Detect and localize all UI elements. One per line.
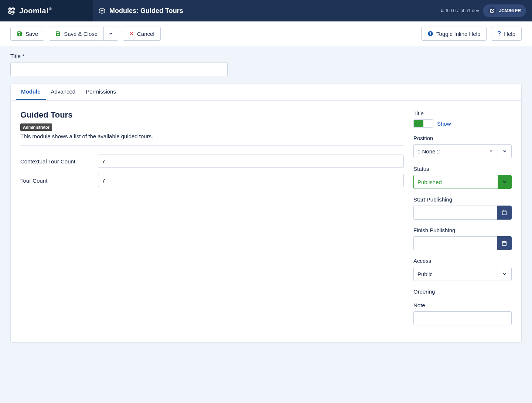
position-label: Position (413, 135, 512, 141)
contextual-count-input[interactable] (98, 155, 404, 168)
save-button[interactable]: Save (10, 27, 44, 41)
question-icon: ? (497, 30, 501, 37)
module-icon (98, 7, 106, 14)
svg-point-1 (442, 10, 443, 11)
tab-permissions[interactable]: Permissions (81, 84, 121, 100)
note-label: Note (413, 302, 512, 308)
question-circle-icon (427, 31, 433, 37)
user-menu[interactable]: JCMS6 FR (483, 4, 526, 17)
external-link-icon (488, 7, 496, 15)
save-close-split: Save & Close (49, 27, 118, 41)
topbar: Joomla!® Modules: Guided Tours 6.0.0-alp… (0, 0, 532, 21)
finish-publishing-calendar-button[interactable] (497, 236, 512, 250)
access-dropdown-button[interactable] (498, 267, 512, 281)
tab-advanced[interactable]: Advanced (46, 84, 81, 100)
page-title-wrap: Modules: Guided Tours (93, 7, 440, 15)
toggle-inline-help-button[interactable]: Toggle Inline Help (421, 27, 487, 41)
svg-point-3 (442, 11, 443, 12)
tab-module[interactable]: Module (16, 84, 46, 100)
start-publishing-input[interactable] (413, 206, 497, 220)
cancel-button[interactable]: Cancel (123, 27, 161, 41)
joomla-icon (440, 9, 444, 13)
client-badge: Administrator (20, 123, 52, 131)
content: Title * Module Advanced Permissions Guid… (0, 46, 532, 354)
version-link[interactable]: 6.0.0-alpha1-dev (440, 8, 479, 13)
save-close-dropdown[interactable] (104, 27, 118, 41)
start-publishing-calendar-button[interactable] (497, 206, 512, 220)
save-close-button[interactable]: Save & Close (49, 27, 104, 41)
chevron-down-icon (502, 271, 507, 277)
showtitle-value: Show (437, 121, 451, 127)
save-icon (55, 31, 61, 37)
contextual-count-label: Contextual Tour Count (20, 158, 98, 165)
module-description: This module shows a list of the availabl… (20, 133, 404, 139)
side-column: Title Show Position :: None ::× (413, 110, 512, 333)
joomla-logo-icon (7, 6, 16, 16)
finish-publishing-label: Finish Publishing (413, 227, 512, 233)
status-dropdown-button[interactable] (498, 175, 512, 189)
svg-point-2 (441, 11, 442, 12)
save-icon (17, 31, 23, 37)
chevron-down-icon (502, 149, 507, 154)
ordering-label: Ordering (413, 288, 512, 295)
position-dropdown-button[interactable] (498, 144, 512, 158)
help-button[interactable]: ? Help (491, 27, 522, 41)
svg-point-0 (441, 10, 442, 11)
access-select[interactable]: Public (413, 267, 512, 281)
note-input[interactable] (413, 311, 512, 325)
title-input[interactable] (10, 62, 228, 76)
toolbar: Save Save & Close Cancel Toggle Inline H… (0, 21, 532, 46)
topbar-right: 6.0.0-alpha1-dev JCMS6 FR (440, 4, 532, 17)
chevron-down-icon (108, 31, 113, 36)
module-name: Guided Tours (20, 110, 404, 120)
brand[interactable]: Joomla!® (0, 0, 93, 21)
finish-publishing-input[interactable] (413, 236, 497, 250)
close-icon (129, 31, 134, 36)
position-clear[interactable]: × (488, 148, 494, 154)
page-title: Modules: Guided Tours (109, 7, 183, 15)
start-publishing-label: Start Publishing (413, 196, 512, 203)
status-label: Status (413, 166, 512, 172)
panel: Module Advanced Permissions Guided Tours… (10, 84, 522, 343)
status-select[interactable]: Published (413, 175, 512, 189)
chevron-down-icon (502, 179, 507, 184)
title-label: Title * (10, 53, 522, 59)
tabs: Module Advanced Permissions (11, 84, 521, 101)
tour-count-label: Tour Count (20, 177, 98, 184)
calendar-icon (501, 210, 507, 216)
showtitle-toggle[interactable] (413, 119, 433, 128)
main-column: Guided Tours Administrator This module s… (20, 110, 404, 333)
calendar-icon (501, 240, 507, 246)
brand-name: Joomla!® (19, 7, 52, 15)
access-label: Access (413, 258, 512, 264)
position-select[interactable]: :: None ::× (413, 144, 512, 158)
divider (20, 145, 404, 146)
showtitle-label: Title (413, 110, 512, 116)
tour-count-input[interactable] (98, 174, 404, 187)
